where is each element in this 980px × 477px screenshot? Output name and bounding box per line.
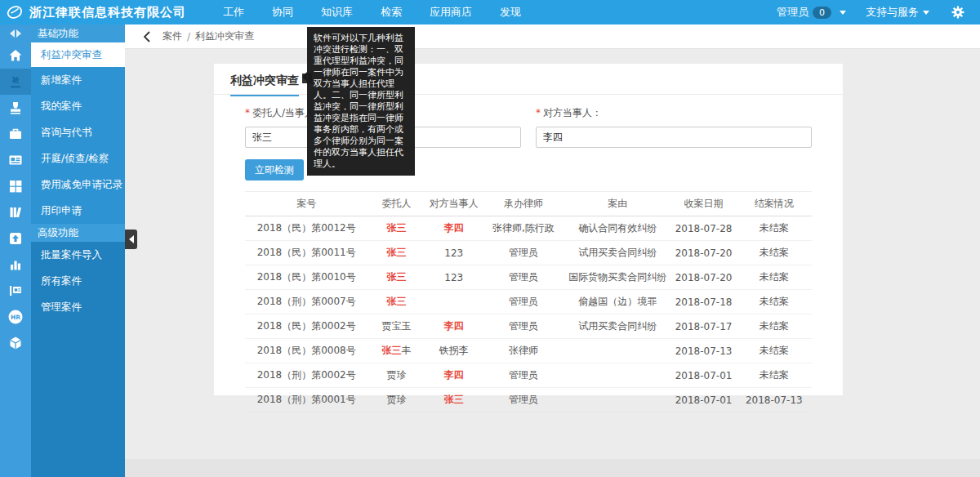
table-cell: 2018-07-17 (670, 314, 736, 339)
breadcrumb-item-current: 利益冲突审查 (195, 29, 254, 43)
user-name: 管理员 (777, 5, 808, 20)
table-cell: 2018（民）第0012号 (245, 216, 368, 241)
home-icon[interactable] (0, 42, 31, 69)
table-row[interactable]: 2018（民）第0002号贾宝玉李四管理员试用买卖合同纠纷2018-07-17未… (245, 314, 812, 339)
table-cell: 张三 (368, 290, 425, 314)
tab-conflict-check[interactable]: 利益冲突审查 (230, 74, 299, 96)
upload-icon[interactable] (0, 225, 31, 252)
topbar-menu-item-3[interactable]: 检索 (367, 0, 416, 25)
support-menu[interactable]: 支持与服务 (856, 5, 939, 20)
collapse-arrows-icon[interactable] (0, 25, 31, 42)
table-cell: 2018-07-13 (670, 339, 736, 363)
table-cell: 未结案 (737, 265, 812, 290)
table-header-cell: 案由 (564, 192, 670, 216)
sidebar-item[interactable]: 咨询与代书 (31, 119, 125, 145)
table-row[interactable]: 2018（刑）第0007号张三管理员偷越国（边）境罪2018-07-18未结案 (245, 290, 812, 314)
table-cell: 2018-07-01 (670, 388, 736, 412)
check-now-button[interactable]: 立即检测 (245, 159, 304, 181)
sidebar-item[interactable]: 利益冲突审查 (31, 42, 125, 67)
support-label: 支持与服务 (866, 5, 919, 20)
table-cell: 管理员 (483, 314, 564, 339)
table-cell (425, 290, 483, 314)
id-card-icon[interactable] (0, 147, 31, 173)
tooltip-arrow (302, 72, 307, 82)
table-cell: 2018（民）第0011号 (245, 241, 368, 265)
table-header-cell: 委托人 (368, 192, 425, 216)
sidebar-menu: 基础功能利益冲突审查新增案件我的案件咨询与代书开庭/侦查/检察费用减免申请记录用… (31, 25, 125, 477)
topbar-menu-item-1[interactable]: 协同 (258, 0, 307, 25)
topbar-menu-item-5[interactable]: 发现 (486, 0, 535, 25)
table-cell: 2018（刑）第0002号 (245, 363, 368, 388)
table-row[interactable]: 2018（民）第0010号张三123管理员国际货物买卖合同纠纷2018-07-2… (245, 265, 812, 290)
table-header-cell: 收案日期 (670, 192, 736, 216)
table-cell: 李四 (425, 363, 483, 388)
table-cell: 2018-07-28 (670, 216, 736, 241)
sidebar-icon-strip: HR (0, 25, 31, 477)
table-cell: 李四 (425, 216, 483, 241)
table-row[interactable]: 2018（民）第0011号张三123管理员试用买卖合同纠纷2018-07-20未… (245, 241, 812, 265)
bar-chart-icon[interactable] (0, 252, 31, 278)
table-cell: 2018-07-01 (670, 363, 736, 388)
topbar-menu-item-4[interactable]: 应用商店 (416, 0, 486, 25)
briefcase-icon[interactable] (0, 121, 31, 147)
conflict-result-table: 案号委托人对方当事人承办律师案由收案日期结案情况 2018（民）第0012号张三… (245, 191, 812, 412)
topbar-menu: 工作协同知识库检索应用商店发现 (209, 0, 535, 25)
notification-badge: 0 (813, 7, 831, 19)
table-cell: 张三丰 (368, 339, 425, 363)
table-cell: 2018（民）第0010号 (245, 265, 368, 290)
table-row[interactable]: 2018（民）第0012号张三李四张律师,陈行政确认合同有效纠纷2018-07-… (245, 216, 812, 241)
sidebar-collapse-handle[interactable] (125, 230, 137, 249)
breadcrumb-item-cases[interactable]: 案件 (163, 29, 182, 43)
table-cell: 偷越国（边）境罪 (564, 290, 670, 314)
table-cell: 123 (425, 265, 483, 290)
tooltip-text: 软件可对以下几种利益冲突进行检测：一、双重代理型利益冲突，同一律师在同一案件中为… (314, 33, 403, 169)
sidebar-item[interactable]: 用印申请 (31, 198, 125, 224)
breadcrumb: 案件 / 利益冲突审查 (125, 25, 980, 49)
footer-strip (125, 459, 980, 477)
table-cell: 张三 (368, 265, 425, 290)
gavel-icon[interactable] (0, 69, 31, 95)
table-cell: 2018（刑）第0001号 (245, 388, 368, 412)
table-cell: 123 (425, 241, 483, 265)
topbar-menu-item-2[interactable]: 知识库 (307, 0, 367, 25)
table-cell: 2018-07-20 (670, 265, 736, 290)
table-cell: 铁拐李 (425, 339, 483, 363)
conflict-help-tooltip: 软件可对以下几种利益冲突进行检测：一、双重代理型利益冲突，同一律师在同一案件中为… (307, 27, 415, 176)
sidebar-item[interactable]: 新增案件 (31, 67, 125, 93)
logo-icon[interactable] (7, 4, 23, 20)
sidebar-item[interactable]: 费用减免申请记录 (31, 172, 125, 198)
table-row[interactable]: 2018（刑）第0001号贾珍张三管理员2018-07-012018-07-13 (245, 388, 812, 412)
table-cell: 未结案 (737, 314, 812, 339)
table-cell: 张三 (368, 216, 425, 241)
sidebar-item[interactable]: 我的案件 (31, 93, 125, 119)
topbar: 浙江律联信息科技有限公司 工作协同知识库检索应用商店发现 管理员 0 支持与服务 (0, 0, 980, 25)
back-chevron-icon[interactable] (141, 30, 154, 43)
cube-icon[interactable] (0, 330, 31, 356)
table-cell (564, 339, 670, 363)
table-cell: 张三 (425, 388, 483, 412)
sidebar-item[interactable]: 所有案件 (31, 268, 125, 294)
gear-icon[interactable] (951, 5, 965, 20)
presentation-icon[interactable] (0, 278, 31, 304)
topbar-menu-item-0[interactable]: 工作 (209, 0, 258, 25)
books-icon[interactable] (0, 199, 31, 225)
table-row[interactable]: 2018（刑）第0002号贾珍李四管理员2018-07-01未结案 (245, 363, 812, 388)
table-cell: 未结案 (737, 363, 812, 388)
hr-icon[interactable]: HR (0, 304, 31, 330)
table-row[interactable]: 2018（民）第0008号张三丰铁拐李张律师2018-07-13未结案 (245, 339, 812, 363)
grid-icon[interactable] (0, 173, 31, 199)
table-cell (564, 388, 670, 412)
sidebar-item[interactable]: 开庭/侦查/检察 (31, 145, 125, 172)
table-cell: 李四 (425, 314, 483, 339)
company-name: 浙江律联信息科技有限公司 (29, 5, 186, 20)
user-menu[interactable]: 管理员 0 (767, 5, 856, 20)
stamp-icon[interactable] (0, 95, 31, 121)
sidebar-item[interactable]: 管理案件 (31, 294, 125, 320)
table-cell: 贾珍 (368, 363, 425, 388)
sidebar-item[interactable]: 批量案件导入 (31, 242, 125, 268)
opposing-input[interactable] (536, 127, 812, 148)
table-cell: 未结案 (737, 290, 812, 314)
table-cell: 管理员 (483, 290, 564, 314)
sidebar-section-0: 基础功能利益冲突审查新增案件我的案件咨询与代书开庭/侦查/检察费用减免申请记录用… (31, 25, 125, 224)
opposing-field-group: *对方当事人： (536, 106, 812, 148)
